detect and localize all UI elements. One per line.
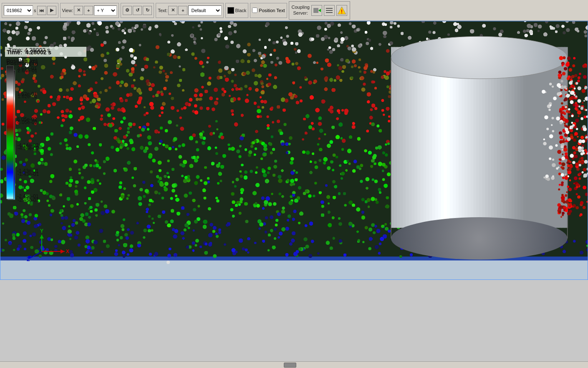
time-unit: s (47, 47, 50, 53)
frame-group: 019862 s ⏮ ▶ (2, 3, 58, 18)
svg-line-7 (29, 251, 42, 259)
legend-val-0: 2.64e-01 (17, 66, 38, 71)
y-axis-label: Y (40, 228, 43, 234)
view-plus-btn[interactable]: + (84, 6, 93, 15)
coupling-server-group: CouplingServer: ! (289, 1, 350, 20)
text-x-btn[interactable]: ✕ (168, 6, 177, 15)
text-group: Text: ✕ + Default None (156, 3, 224, 18)
svg-rect-3 (326, 10, 333, 11)
text-select[interactable]: Default None (188, 5, 222, 15)
coupling-server-label: CouplingServer: (292, 5, 310, 15)
time-label: Time: (8, 47, 23, 53)
legend-val-3: -4.14e-02 (17, 142, 38, 148)
coupling-menu-btn[interactable] (324, 5, 335, 16)
color-label: Black (235, 8, 246, 13)
coordinate-axes: Z Y X (25, 228, 71, 263)
position-text-checkbox[interactable] (252, 8, 257, 13)
color-group: Black (225, 3, 248, 18)
svg-marker-12 (61, 249, 65, 254)
x-axis-label: X (66, 249, 69, 254)
play-btn[interactable]: ▶ (47, 6, 56, 15)
view-label: View: (62, 8, 73, 13)
svg-rect-2 (326, 8, 333, 9)
coupling-warning-btn[interactable]: ! (336, 5, 347, 16)
time-value: 4.28002 (24, 47, 45, 53)
legend-labels: 2.64e-01 1.62e-01 6.05e-02 -4.14e-02 -1.… (17, 66, 38, 199)
horizontal-scrollbar[interactable] (0, 361, 588, 368)
time-display: Time: 4.28002 s (8, 47, 50, 53)
legend-val-1: 1.62e-01 (17, 91, 38, 97)
position-text-checkbox-label[interactable]: Position Text (252, 8, 285, 13)
coupling-run-btn[interactable] (311, 5, 322, 16)
position-text-label: Position Text (259, 8, 285, 13)
bottom-area (0, 280, 588, 368)
legend: Position (m) 2.64e-01 1.62e-01 6.05e-02 … (6, 58, 38, 199)
svg-marker-10 (40, 235, 44, 239)
view-select[interactable]: + Y + X - Y + Z - Z (94, 5, 117, 15)
scrollbar-thumb[interactable] (284, 363, 296, 368)
legend-val-5: -2.45e-01 (17, 193, 38, 199)
toolbar: 019862 s ⏮ ▶ View: ✕ + + Y + X - Y + Z -… (0, 0, 588, 21)
rotate-cw-btn[interactable]: ↻ (143, 6, 152, 15)
frame-select[interactable]: 019862 (4, 5, 33, 15)
frame-unit-label: s (34, 8, 36, 13)
view-group: View: ✕ + + Y + X - Y + Z - Z (60, 3, 119, 18)
text-plus-btn[interactable]: + (178, 6, 187, 15)
rotation-group: ⚙ ↺ ↻ (121, 3, 154, 18)
legend-title: Position (m) (6, 58, 38, 64)
legend-val-2: 6.05e-02 (17, 117, 38, 122)
svg-text:!: ! (341, 8, 343, 15)
color-swatch (227, 7, 234, 14)
z-axis-label: Z (27, 256, 30, 262)
simulation-canvas (0, 21, 588, 280)
legend-color-bar (6, 66, 14, 199)
position-text-group: Position Text (250, 3, 287, 18)
legend-val-4: -1.43e-01 (17, 168, 38, 174)
rotate-ccw-btn[interactable]: ↺ (133, 6, 142, 15)
skip-start-btn[interactable]: ⏮ (37, 6, 46, 15)
viewport[interactable]: Time: 4.28002 s Position (m) 2.64e-01 1.… (0, 21, 588, 280)
svg-rect-0 (313, 8, 318, 13)
settings-btn[interactable]: ⚙ (123, 6, 132, 15)
view-x-btn[interactable]: ✕ (74, 6, 83, 15)
svg-marker-1 (318, 9, 321, 12)
svg-rect-4 (326, 12, 333, 13)
text-label: Text: (158, 8, 167, 13)
